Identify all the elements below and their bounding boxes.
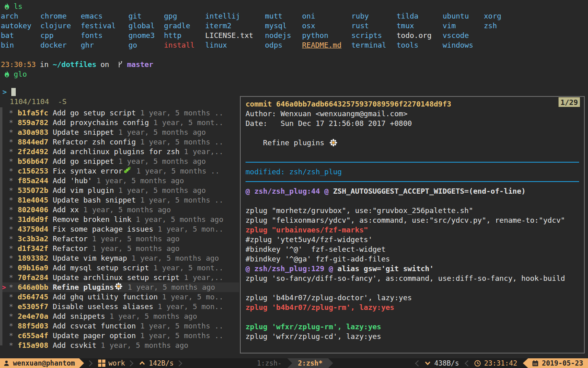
commit-message: Update bash snippet — [48, 195, 136, 205]
commit-message: Update archlinux setup script — [48, 273, 180, 282]
pointer-gutter — [2, 166, 9, 176]
ls-entry: vscode — [443, 31, 484, 40]
ls-entry: intellij — [205, 11, 265, 21]
powerline-arrow — [79, 358, 84, 368]
commit-message: Add archlinux plugins for zsh — [48, 147, 180, 157]
commit-row[interactable]: * f85a244 Add 'hub' 1 year, 5 months ago — [0, 176, 239, 186]
commit-message: Add csvcat function — [48, 321, 136, 331]
commit-row[interactable]: >* 646a0bb Refine plugins 1 year, 5 mont… — [0, 282, 239, 292]
ls-entry: mutt — [265, 11, 302, 21]
commit-message: Fix syntax error — [48, 166, 123, 176]
graph-asterisk: * — [9, 244, 18, 253]
commit-date: 1 year, 5 months ago — [127, 253, 219, 263]
fzf-prompt-char: > — [2, 87, 7, 97]
status-date-text: 2019-05-23 — [542, 358, 583, 368]
commit-row[interactable]: * 3c3b3a2 Refactor 1 year, 5 months ago — [0, 234, 239, 244]
commit-preview-panel[interactable]: 1/29 commit 646a0bb7adb66432575937089596… — [240, 96, 585, 353]
ls-entry: bin — [1, 40, 40, 50]
commit-hash: d564745 — [18, 292, 48, 302]
flower-emoji-icon — [330, 139, 337, 146]
ls-entry: python — [302, 31, 351, 40]
commit-hash: 535072b — [18, 186, 48, 195]
commit-row[interactable]: * c655a4f Update pager option 1 year, 5 … — [0, 331, 239, 341]
ls-entry: mysql — [265, 21, 302, 31]
pointer-gutter — [2, 331, 9, 341]
commit-hash: 43750d4 — [18, 224, 48, 234]
commit-row[interactable]: * 535072b Add vim plugin 1 year, 5 month… — [0, 186, 239, 195]
commit-hash: 3c3b3a2 — [18, 234, 48, 244]
commit-row[interactable]: * 88f5d03 Add csvcat function 1 year, 5 … — [0, 321, 239, 331]
ls-entry: autokey — [1, 21, 40, 31]
tmux-window-inactive[interactable]: 1:zsh- — [257, 358, 281, 368]
ls-entry: emacs — [81, 11, 128, 21]
commit-row[interactable]: * 31d6d9f Remove broken link 1 year, 5 m… — [0, 215, 239, 224]
ls-entry: ubuntu — [443, 11, 484, 21]
commit-author-line: Author: Wenxuan <wenxuangm@gmail.com> — [246, 109, 579, 119]
ls-entry: clojure — [40, 21, 81, 31]
commit-row[interactable]: * b56b647 Add go snippet 1 year, 5 month… — [0, 157, 239, 166]
status-session-text: work — [109, 358, 125, 368]
ls-entry: git — [128, 11, 164, 21]
commit-date: 1 year, 5 months ago — [131, 215, 223, 224]
commit-row[interactable]: * d1f342f Refactor 1 year, 5 months ago — [0, 244, 239, 253]
fzf-search-input[interactable]: > — [0, 87, 239, 97]
tmux-window-active[interactable]: 2:zsh* — [287, 358, 333, 368]
tmux-window-label: 2:zsh* — [298, 358, 322, 368]
commit-row[interactable]: * 2f2d492 Add archlinux plugins for zsh … — [0, 147, 239, 157]
commit-row[interactable]: * 8844ed7 Refactor zsh config 1 year, 5 … — [0, 137, 239, 147]
commit-date: 1 year, 5 months ago — [97, 341, 189, 350]
commit-row[interactable]: * 2e4e70a Add snippets 1 year, 5 months … — [0, 312, 239, 321]
commit-row[interactable]: * e5305f7 Disable useless aliases 1 year… — [0, 302, 239, 312]
diff-line — [246, 312, 579, 322]
ls-entry: ghr — [81, 40, 128, 50]
commit-message: Update vim keymap — [48, 253, 127, 263]
commit-row[interactable]: * 859a782 Add proxychains config 1 year,… — [0, 118, 239, 128]
commit-date: 1 year, 5 months ago — [114, 157, 206, 166]
commit-date: 1 year, 5 months ago — [114, 128, 206, 137]
commit-row[interactable]: * d564745 Add ghq utility function 1 yea… — [0, 292, 239, 302]
commit-message: Add go setup script — [48, 108, 136, 118]
commit-message: Add proxychains config — [48, 118, 149, 128]
pointer-gutter — [2, 244, 9, 253]
commit-message: Fix some package issues — [48, 224, 153, 234]
hunk-context: alias gsw='git switch' — [333, 264, 434, 273]
commit-hash: 09b16a9 — [18, 263, 48, 273]
commit-row[interactable]: * a30a983 Update snippet 1 year, 5 month… — [0, 128, 239, 137]
commit-row[interactable]: * 43750d4 Fix some package issues 1 year… — [0, 224, 239, 234]
ls-column: muttmysqlnodejsodps — [265, 11, 302, 50]
upload-arrow-icon — [139, 360, 145, 366]
commit-row[interactable]: * 81e4045 Update bash snippet 1 year, 5 … — [0, 195, 239, 205]
fzf-scrollbar[interactable] — [0, 107, 2, 345]
commit-row[interactable]: * 09b16a9 Add mysql setup script 1 year,… — [0, 263, 239, 273]
status-session-segment[interactable]: work — [98, 358, 125, 368]
commit-date: 1 year, 5 months .. — [136, 137, 223, 147]
graph-asterisk: * — [9, 302, 18, 312]
commit-row[interactable]: * c156253 Fix syntax error 1 year, 5 mon… — [0, 166, 239, 176]
ls-entry: oni — [302, 11, 351, 21]
ls-entry: rust — [351, 21, 397, 31]
fzf-commit-list-pane: > 1104/1104 -S * b1fa5fc Add go setup sc… — [0, 87, 239, 350]
hunk-location: @ zsh/zsh_plug:129 @ — [246, 264, 333, 273]
ls-entry: arch — [1, 11, 40, 21]
blank-line — [246, 128, 579, 138]
commit-hash: 31d6d9f — [18, 215, 48, 224]
commit-date: 1 year,.. — [180, 273, 223, 282]
graph-asterisk: * — [9, 108, 18, 118]
commit-row[interactable]: * 70fa284 Update archlinux setup script … — [0, 273, 239, 282]
ls-entry: festival — [81, 21, 128, 31]
graph-asterisk: * — [9, 263, 18, 273]
pointer-gutter — [2, 302, 9, 312]
commit-row[interactable]: * 8020406 Add xx 1 year, 5 months ago — [0, 205, 239, 215]
diff-line: zplug 'wfxr/zplug-cd', lazy:yes — [246, 332, 579, 341]
commit-row[interactable]: * f15a908 Add csvkit 1 year, 5 months ag… — [0, 341, 239, 350]
graph-asterisk: * — [9, 282, 18, 292]
diff-line: zplug 'so-fancy/diff-so-fancy', as:comma… — [246, 274, 579, 283]
diff-line: #zplug 'ytet5uy4/fzf-widgets' — [246, 235, 579, 245]
commit-row[interactable]: * 1893382 Update vim keymap 1 year, 5 mo… — [0, 253, 239, 263]
preview-page-badge: 1/29 — [558, 97, 580, 107]
hunk-location: @ zsh/zsh_plug:44 @ — [246, 187, 329, 195]
commit-row[interactable]: * b1fa5fc Add go setup script 1 year, 5 … — [0, 108, 239, 118]
diff-line — [246, 196, 579, 206]
pointer-gutter — [2, 205, 9, 215]
pointer-gutter — [2, 195, 9, 205]
